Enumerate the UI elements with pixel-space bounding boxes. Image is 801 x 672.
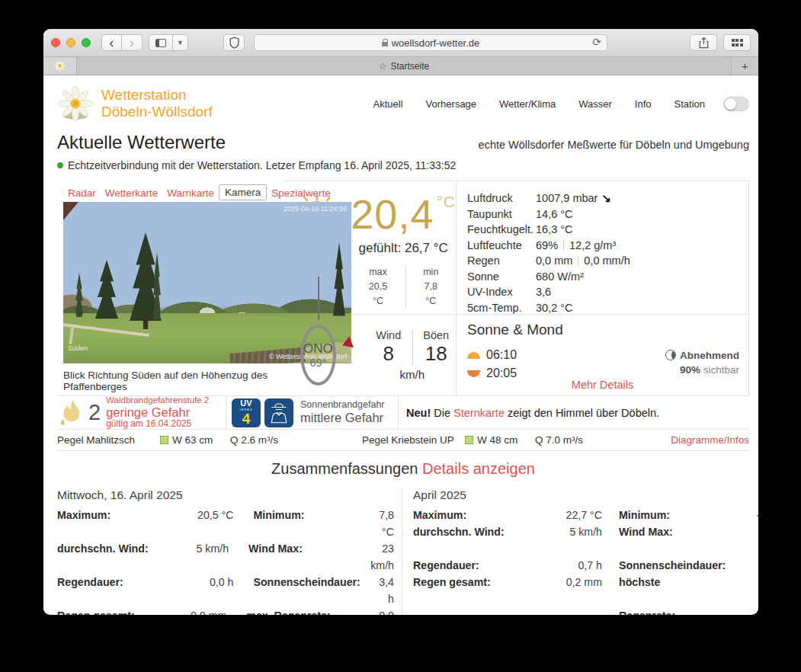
close-window-button[interactable]: [51, 38, 60, 47]
minimize-window-button[interactable]: [66, 38, 75, 47]
browser-tabbar: ☆ Startseite +: [43, 57, 758, 75]
reload-icon[interactable]: ⟳: [592, 36, 601, 48]
gauge-name: Pegel Kriebstein UP: [362, 434, 465, 446]
summary-label: [413, 607, 529, 615]
pinned-tab[interactable]: [43, 57, 77, 75]
details-anzeigen-link[interactable]: Details anzeigen: [422, 460, 535, 477]
more-details-link[interactable]: Mehr Details: [457, 379, 748, 391]
spruce-tree-icon: [333, 242, 345, 323]
browser-window: ‹ › ▼ woellsdorf-wetter.de ⟳: [43, 29, 758, 615]
summary-label: Maximum:: [413, 507, 529, 523]
value-divider: [578, 256, 578, 266]
media-tab-kamera[interactable]: Kamera: [219, 184, 267, 200]
new-tab-button[interactable]: +: [731, 57, 758, 75]
media-tab-wetterkarte[interactable]: Wetterkarte: [101, 186, 163, 200]
pressure-trend-icon: ↘: [601, 190, 611, 206]
media-tab-radar[interactable]: Radar: [63, 186, 101, 200]
measurements-panel: Luftdruck1007,9 mbar↘Taupunkt14,6 °CFeuc…: [456, 181, 749, 315]
temp-min: min7,8 °C: [405, 265, 456, 308]
sternkarte-link[interactable]: Sternkarte: [453, 407, 505, 419]
chevron-down-icon: ▼: [177, 39, 184, 46]
diagrams-info-link[interactable]: Diagramme/Infos: [671, 434, 749, 446]
measurement-value: 16,3 °C: [536, 222, 748, 238]
measurement-label: Feuchtkugelt.: [467, 222, 536, 238]
measurement-value: 0,0 mm0,0 mm/h: [536, 253, 748, 269]
summary-value: 0,0 mm/h: [367, 607, 394, 615]
sunrise-icon: [467, 352, 480, 359]
measurement-value: 30,2 °C: [536, 300, 748, 316]
summaries-section: Mittwoch, 16. April 2025Maximum:20,5 °CM…: [57, 488, 749, 615]
lily-favicon-icon: [54, 60, 66, 72]
current-temperature: 20,4°C: [351, 194, 456, 235]
summaries-heading: Zusammenfassungen Details anzeigen: [57, 460, 749, 478]
back-button[interactable]: ‹: [101, 34, 122, 51]
measurement-row: Taupunkt14,6 °C: [467, 206, 748, 222]
lily-logo-icon: [57, 85, 94, 122]
show-all-tabs-button[interactable]: [723, 34, 751, 51]
privacy-shield-button[interactable]: [223, 34, 245, 51]
summary-row: Maximum:22,7 °CMinimum:-2,8 °C: [413, 507, 758, 523]
page-content: Wetterstation Döbeln-Wöllsdorf AktuellVo…: [43, 75, 758, 614]
summary-row: Regendauer:0,7 hSonnenscheindauer:69,8 h: [413, 557, 758, 574]
measurement-label: Regen: [467, 253, 536, 269]
wind-unit: km/h: [365, 368, 460, 381]
summary-value: -2,8 °C: [753, 507, 758, 523]
summary-block: April 2025Maximum:22,7 °CMinimum:-2,8 °C…: [402, 488, 758, 615]
gauge-status-icon: [160, 436, 168, 444]
main-navigation: AktuellVorhersageWetter/KlimaWasserInfoS…: [373, 98, 705, 110]
summary-block: Mittwoch, 16. April 2025Maximum:20,5 °CM…: [57, 488, 402, 615]
media-tab-warnkarte[interactable]: Warnkarte: [162, 186, 219, 200]
sun-protection-icon: [264, 398, 293, 427]
summary-value: 0,0 mm: [162, 607, 227, 615]
summary-value: 3,4 h: [379, 574, 394, 607]
summary-label: Regendauer:: [57, 574, 166, 607]
sunrise-row: 06:10: [467, 346, 537, 364]
wind-compass: ONO 69°: [300, 325, 336, 386]
summary-label: durchschn. Wind:: [413, 523, 529, 557]
summary-row: Regen gesamt:0,0 mmmax. Regenrate:0,0 mm…: [57, 607, 394, 615]
nav-item-station[interactable]: Station: [674, 98, 705, 110]
dark-mode-toggle[interactable]: [723, 97, 749, 111]
wind-gust-label: Böen: [413, 329, 460, 341]
tabs-grid-icon: [732, 39, 743, 46]
value-divider: [563, 240, 564, 250]
gauge-status-icon: [465, 436, 473, 444]
summary-row: durchschn. Wind:5 km/hWind Max:45 km/h: [413, 523, 758, 557]
sidebar-button[interactable]: [149, 34, 173, 51]
measurement-value: 1007,9 mbar↘: [536, 190, 748, 206]
site-logo[interactable]: Wetterstation Döbeln-Wöllsdorf: [57, 85, 213, 122]
summary-value: 5 km/h: [529, 523, 602, 557]
nav-item-info[interactable]: Info: [635, 98, 652, 110]
maximize-window-button[interactable]: [82, 38, 91, 47]
tab-startseite[interactable]: ☆ Startseite: [77, 57, 731, 75]
nav-item-wetter-klima[interactable]: Wetter/Klima: [499, 98, 556, 110]
summary-row: Maximum:20,5 °CMinimum:7,8 °C: [57, 507, 394, 540]
forward-button[interactable]: ›: [122, 34, 143, 51]
address-bar[interactable]: woellsdorf-wetter.de ⟳: [254, 34, 607, 51]
wind-speed: 8: [365, 342, 412, 366]
summary-label: Regen gesamt:: [413, 574, 529, 607]
summary-value: 20,5 °C: [166, 507, 233, 540]
summary-value: 0,2 mm: [529, 574, 602, 607]
gauge-level: W 63 cm: [160, 434, 230, 446]
measurement-value: 3,6: [536, 284, 748, 300]
nav-item-vorhersage[interactable]: Vorhersage: [426, 98, 477, 110]
uv-index-icon: UV INDEX 4: [232, 398, 261, 427]
measurement-label: Luftfeuchte: [467, 238, 536, 254]
share-button[interactable]: [690, 34, 717, 51]
temp-max: max20,5 °C: [351, 265, 405, 308]
summary-label: Regen gesamt:: [57, 607, 162, 615]
nav-item-aktuell[interactable]: Aktuell: [373, 98, 403, 110]
summary-label: Minimum:: [253, 507, 379, 540]
nav-item-wasser[interactable]: Wasser: [578, 98, 612, 110]
sidebar-chevron-button[interactable]: ▼: [173, 34, 188, 51]
gauge-item: Pegel MahlitzschW 63 cmQ 2.6 m³/s: [57, 434, 303, 446]
site-header: Wetterstation Döbeln-Wöllsdorf AktuellVo…: [57, 82, 749, 126]
media-tab-spezialwerte[interactable]: Spezialwerte: [267, 186, 335, 200]
browser-titlebar: ‹ › ▼ woellsdorf-wetter.de ⟳: [43, 29, 758, 57]
status-text: Echtzeitverbindung mit der Wetterstation…: [68, 159, 456, 171]
measurement-label: Sonne: [467, 269, 536, 285]
feels-like: gefühlt: 26,7 °C: [351, 241, 456, 256]
webcam-caption: Blick Richtung Süden auf den Höhenzug de…: [63, 370, 284, 392]
webcam-pole: [318, 277, 319, 320]
